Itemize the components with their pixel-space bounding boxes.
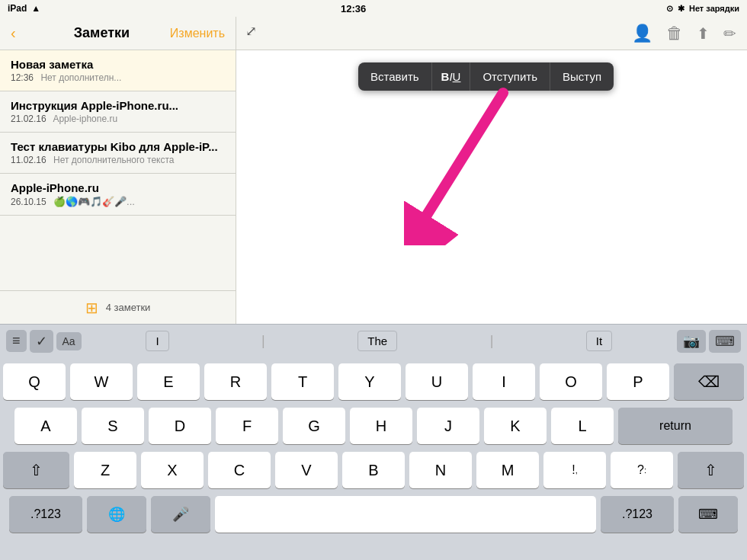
key-g[interactable]: G [283,408,345,444]
battery-label: Нет зарядки [689,4,739,13]
keyboard-switch-key[interactable]: ⌨ [678,496,738,533]
key-x[interactable]: X [141,452,204,488]
key-v[interactable]: V [275,452,338,488]
globe-key[interactable]: 🌐 [87,496,146,533]
carrier-label: iPad [8,3,27,14]
key-row-4: .?123 🌐 🎤 .?123 ⌨ [3,496,744,533]
trash-icon[interactable]: 🗑 [666,24,683,43]
key-a[interactable]: A [14,408,77,444]
key-h[interactable]: H [350,408,412,444]
numbers-key-left[interactable]: .?123 [9,496,82,533]
note-meta: 21.02.16 Apple-iphone.ru [11,114,225,124]
arrow-indicator [404,78,526,248]
main-container: ‹ Заметки Изменить Новая заметка 12:36 Н… [0,17,747,324]
note-meta: 11.02.16 Нет дополнительного текста [11,155,225,165]
status-bar: iPad ▲ 12:36 ⊙ ✱ Нет зарядки [0,0,747,17]
note-item[interactable]: Новая заметка 12:36 Нет дополнителн... [0,50,236,91]
key-n[interactable]: N [409,452,472,488]
key-j[interactable]: J [417,408,479,444]
mic-key[interactable]: 🎤 [151,496,210,533]
people-icon[interactable]: 👤 [632,24,652,43]
edit-button[interactable]: Изменить [170,27,225,40]
suggestion-the[interactable]: The [357,331,397,351]
suggestions-bar: I | The | It [85,331,674,351]
delete-key[interactable]: ⌫ [674,363,744,400]
key-row-2: A S D F G H J K L return [3,408,744,444]
key-s[interactable]: S [82,408,144,444]
wifi-icon: ▲ [31,3,40,14]
content-area[interactable]: ⤢ 👤 🗑 ⬆ ✏ Вставить BIU Отступить Выступ [236,17,747,324]
space-key[interactable] [215,496,596,533]
key-u[interactable]: U [406,363,468,400]
note-meta: 12:36 Нет дополнителн... [11,72,225,83]
return-key[interactable]: return [618,408,733,444]
expand-icon[interactable]: ⤢ [245,23,257,40]
note-title: Инструкция Apple-iPhone.ru... [11,99,225,112]
kb-list-icon[interactable]: ≡ [6,330,27,352]
note-title: Новая заметка [11,58,225,71]
keyboard-area: ≡ ✓ Aa I | The | It 📷 ⌨ Q W E R T Y U I … [0,324,747,560]
kb-keyboard-icon[interactable]: ⌨ [709,330,741,353]
key-b[interactable]: B [342,452,405,488]
status-right: ⊙ ✱ Нет зарядки [666,4,739,14]
outdent-button[interactable]: Выступ [550,62,614,91]
sidebar-title: Заметки [34,25,170,41]
sidebar: ‹ Заметки Изменить Новая заметка 12:36 Н… [0,17,236,324]
bluetooth-icon: ✱ [678,4,684,14]
key-p[interactable]: P [607,363,669,400]
shift-key-right[interactable]: ⇧ [678,452,744,488]
screen-record-icon: ⊙ [666,4,673,14]
kb-camera-icon[interactable]: 📷 [677,330,706,353]
share-icon[interactable]: ⬆ [697,24,710,43]
suggestion-i[interactable]: I [146,331,168,351]
note-item[interactable]: Инструкция Apple-iPhone.ru... 21.02.16 A… [0,91,236,133]
key-i[interactable]: I [473,363,535,400]
svg-line-1 [427,93,503,215]
note-item[interactable]: Тест клавиатуры Kibo для Apple-iP... 11.… [0,133,236,174]
key-t[interactable]: T [271,363,334,400]
key-e[interactable]: E [137,363,200,400]
key-f[interactable]: F [216,408,278,444]
key-question[interactable]: ?: [611,452,673,488]
sidebar-header: ‹ Заметки Изменить [0,17,236,50]
key-k[interactable]: K [484,408,547,444]
numbers-key-right[interactable]: .?123 [601,496,674,533]
key-m[interactable]: M [476,452,539,488]
notes-list: Новая заметка 12:36 Нет дополнителн... И… [0,50,236,290]
kb-check-icon[interactable]: ✓ [30,330,53,353]
note-title: Тест клавиатуры Kibo для Apple-iP... [11,140,225,153]
grid-icon[interactable]: ⊞ [85,299,98,317]
note-title: Apple-iPhone.ru [11,181,225,194]
key-o[interactable]: O [540,363,602,400]
content-header: ⤢ 👤 🗑 ⬆ ✏ [236,17,747,50]
key-row-3: ⇧ Z X C V B N M !, ?: ⇧ [3,452,744,488]
status-left: iPad ▲ [8,3,40,14]
key-row-1: Q W E R T Y U I O P ⌫ [3,363,744,400]
key-rows: Q W E R T Y U I O P ⌫ A S D F G H J K L … [0,357,747,560]
key-c[interactable]: C [208,452,271,488]
shift-key-left[interactable]: ⇧ [3,452,69,488]
note-item[interactable]: Apple-iPhone.ru 26.10.15 🍏🌎🎮🎵🎸🎤... [0,174,236,216]
key-z[interactable]: Z [74,452,136,488]
key-w[interactable]: W [70,363,133,400]
key-d[interactable]: D [149,408,211,444]
key-excl[interactable]: !, [543,452,606,488]
key-r[interactable]: R [204,363,267,400]
note-meta: 26.10.15 🍏🌎🎮🎵🎸🎤... [11,196,225,207]
kb-aa-icon[interactable]: Aa [56,332,82,350]
back-button[interactable]: ‹ [11,24,34,42]
sidebar-footer: ⊞ 4 заметки [0,290,236,324]
notes-count: 4 заметки [106,302,151,313]
kb-toolbar: ≡ ✓ Aa I | The | It 📷 ⌨ [0,324,747,357]
compose-icon[interactable]: ✏ [723,24,736,43]
key-y[interactable]: Y [338,363,401,400]
key-q[interactable]: Q [3,363,66,400]
time-label: 12:36 [341,3,366,14]
suggestion-it[interactable]: It [586,331,612,351]
key-l[interactable]: L [551,408,614,444]
